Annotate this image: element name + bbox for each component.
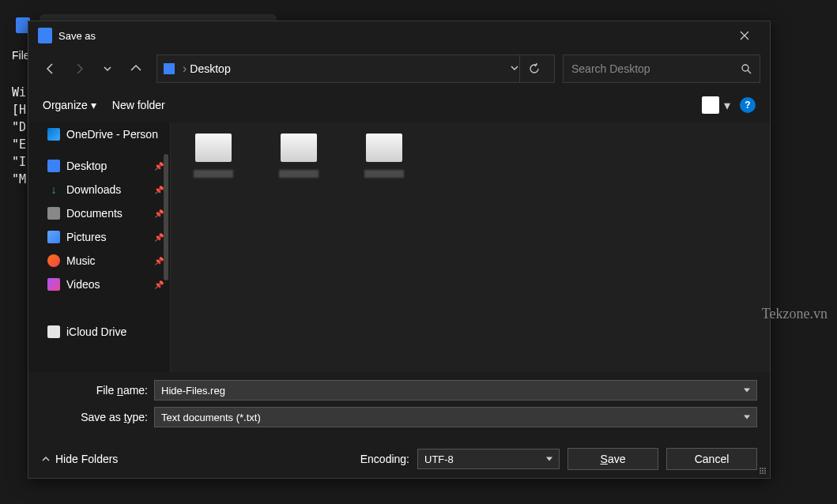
search-box[interactable] (563, 55, 760, 83)
address-bar[interactable]: › Desktop (156, 55, 555, 83)
downloads-icon: ↓ (47, 183, 60, 196)
folder-icon (195, 134, 232, 162)
encoding-label: Encoding: (360, 453, 409, 465)
arrow-left-icon (44, 62, 57, 75)
caret-down-icon: ▾ (91, 99, 96, 111)
desktop-icon (164, 63, 175, 74)
folder-label-blurred (194, 170, 233, 178)
sidebar-item-downloads[interactable]: ↓Downloads📌 (28, 178, 170, 201)
encoding-select[interactable]: UTF-8 (417, 449, 560, 469)
watermark: Tekzone.vn (762, 306, 828, 322)
search-input[interactable] (571, 62, 741, 75)
folder-label-blurred (364, 170, 404, 178)
sidebar-item-label: Documents (66, 207, 123, 220)
sidebar-item-label: OneDrive - Person (66, 128, 158, 141)
save-type-select[interactable]: Text documents (*.txt) (154, 407, 757, 427)
pin-icon: 📌 (154, 257, 164, 265)
pin-icon: 📌 (154, 162, 164, 171)
pin-icon: 📌 (154, 186, 164, 194)
pictures-icon (47, 231, 60, 243)
body-area: OneDrive - Person Desktop📌 ↓Downloads📌 D… (28, 122, 770, 372)
pin-icon: 📌 (154, 233, 164, 242)
sidebar-item-documents[interactable]: Documents📌 (28, 201, 170, 225)
organize-button[interactable]: Organize ▾ (43, 99, 96, 111)
editor-text: Wi [H "D "E "I "M (12, 84, 26, 188)
folder-icon (281, 134, 317, 162)
nav-bar: › Desktop (28, 50, 770, 88)
toolbar: Organize ▾ New folder ▾ ? (28, 88, 770, 122)
view-caret-icon[interactable]: ▾ (724, 98, 730, 113)
help-button[interactable]: ? (740, 97, 756, 113)
new-folder-button[interactable]: New folder (112, 99, 165, 111)
sidebar: OneDrive - Person Desktop📌 ↓Downloads📌 D… (28, 122, 171, 372)
forward-button[interactable] (66, 56, 92, 81)
sidebar-item-label: Pictures (66, 231, 107, 243)
sidebar-item-desktop[interactable]: Desktop📌 (28, 154, 170, 178)
icloud-icon (47, 325, 60, 338)
sidebar-item-label: Downloads (66, 183, 121, 196)
save-as-dialog: Save as › Desktop Organize ▾ New folder … (28, 21, 771, 479)
sidebar-item-label: Desktop (66, 160, 107, 172)
titlebar: Save as (28, 21, 770, 50)
arrow-right-icon (73, 62, 85, 75)
arrow-up-icon (130, 62, 142, 75)
sidebar-item-label: Videos (66, 278, 100, 291)
breadcrumb-desktop[interactable]: Desktop (190, 62, 510, 75)
back-button[interactable] (38, 56, 63, 81)
sidebar-item-onedrive[interactable]: OneDrive - Person (28, 122, 170, 146)
dialog-title: Save as (58, 30, 96, 42)
music-icon (47, 254, 60, 267)
folder-label-blurred (279, 170, 319, 178)
save-type-label: Save as type: (41, 411, 148, 423)
view-button[interactable] (702, 96, 719, 114)
chevron-up-icon (41, 454, 51, 464)
folder-item[interactable] (267, 134, 330, 178)
file-name-label: File name: (41, 384, 148, 397)
hide-folders-button[interactable]: Hide Folders (41, 453, 118, 465)
refresh-button[interactable] (519, 55, 548, 83)
sidebar-scrollbar[interactable] (164, 154, 168, 280)
sidebar-item-pictures[interactable]: Pictures📌 (28, 225, 170, 249)
close-button[interactable] (729, 21, 760, 50)
file-name-input[interactable]: Hide-Files.reg (154, 380, 757, 401)
pin-icon: 📌 (154, 209, 164, 218)
resize-grip[interactable] (759, 467, 767, 475)
sidebar-item-icloud[interactable]: iCloud Drive (28, 320, 170, 344)
cancel-button[interactable]: Cancel (666, 448, 757, 470)
folder-item[interactable] (353, 134, 416, 178)
up-button[interactable] (123, 56, 149, 81)
recent-button[interactable] (95, 56, 120, 81)
refresh-icon (529, 63, 540, 74)
svg-point-0 (742, 65, 748, 71)
pin-icon: 📌 (154, 280, 164, 289)
close-icon (740, 31, 749, 40)
sidebar-item-music[interactable]: Music📌 (28, 249, 170, 273)
sidebar-item-label: Music (66, 254, 96, 267)
onedrive-icon (47, 128, 60, 141)
desktop-icon (47, 160, 60, 172)
save-button[interactable]: Save (567, 448, 658, 470)
breadcrumb-separator-icon: › (183, 62, 187, 76)
folder-item[interactable] (182, 134, 245, 178)
search-icon (741, 63, 752, 74)
documents-icon (47, 207, 60, 220)
footer: File name: Hide-Files.reg Save as type: … (28, 372, 770, 478)
address-dropdown-icon[interactable] (510, 62, 519, 76)
chevron-down-icon (103, 64, 112, 73)
folder-content[interactable] (171, 122, 770, 372)
videos-icon (47, 278, 60, 291)
sidebar-item-label: iCloud Drive (66, 325, 126, 338)
folder-icon (366, 134, 402, 162)
dialog-icon (38, 28, 52, 43)
sidebar-item-videos[interactable]: Videos📌 (28, 273, 170, 296)
